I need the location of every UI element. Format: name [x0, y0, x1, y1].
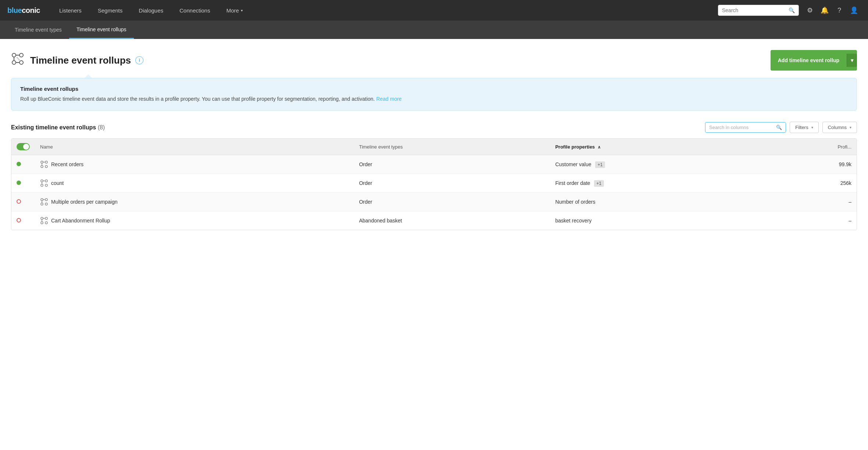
subnav-item-rollups[interactable]: Timeline event rollups [69, 21, 134, 39]
search-bar[interactable]: 🔍 [718, 5, 799, 16]
page-title: Timeline event rollups [30, 55, 131, 66]
svg-point-4 [19, 53, 23, 57]
info-box-description: Roll up BlueConic timeline event data an… [20, 95, 848, 103]
table-row[interactable]: Cart Abandonment Rollup Abandoned basket… [11, 211, 857, 230]
rollup-row-icon [40, 217, 48, 225]
td-profile-count-4: – [769, 211, 857, 230]
rollup-row-icon [40, 179, 48, 187]
table-controls: 🔍 Filters ▾ Columns ▾ [705, 122, 857, 133]
timeline-rollup-icon [11, 52, 26, 68]
nav-item-connections[interactable]: Connections [171, 0, 218, 21]
svg-point-21 [41, 203, 43, 205]
logo-conic-text: conic [22, 6, 40, 15]
svg-line-7 [17, 57, 19, 60]
nav-item-listeners[interactable]: Listeners [51, 0, 90, 21]
page-header: Timeline event rollups i Add timeline ev… [11, 50, 857, 71]
td-profile-count-3: – [769, 193, 857, 211]
profile-prop-badge-1: +1 [595, 161, 605, 168]
svg-point-9 [41, 165, 43, 168]
svg-point-19 [45, 184, 47, 186]
add-button-dropdown-arrow[interactable]: ▾ [847, 54, 857, 67]
td-event-type-4: Abandoned basket [354, 211, 550, 230]
search-input[interactable] [722, 7, 786, 13]
svg-point-15 [41, 184, 43, 186]
search-columns-input[interactable] [709, 125, 773, 130]
toggle-all[interactable] [17, 143, 30, 150]
bell-icon[interactable]: 🔔 [818, 4, 831, 17]
rollups-table: Name Timeline event types Profile proper… [11, 139, 857, 230]
svg-point-30 [45, 217, 47, 219]
svg-point-13 [45, 165, 47, 168]
td-event-type-3: Order [354, 193, 550, 211]
th-profile-properties[interactable]: Profile properties ∧ [550, 139, 769, 155]
td-name-2: count [35, 174, 354, 193]
nav-item-segments[interactable]: Segments [90, 0, 131, 21]
columns-button[interactable]: Columns ▾ [822, 122, 857, 133]
info-box: Timeline event rollups Roll up BlueConic… [11, 78, 857, 111]
td-profile-prop-2: First order date +1 [550, 174, 769, 193]
info-box-title: Timeline event rollups [20, 86, 848, 92]
td-event-type-2: Order [354, 174, 550, 193]
th-toggle [11, 139, 35, 155]
th-profile-count[interactable]: Profi... [769, 139, 857, 155]
logo-blue-text: blue [7, 6, 22, 15]
subnav-item-types[interactable]: Timeline event types [7, 21, 69, 39]
td-profile-count-2: 256k [769, 174, 857, 193]
table-count: (8) [98, 124, 105, 131]
td-profile-prop-4: basket recovery [550, 211, 769, 230]
columns-dropdown-arrow: ▾ [850, 125, 851, 129]
table-row[interactable]: count Order First order date +1 256k [11, 174, 857, 193]
search-icon: 🔍 [789, 7, 795, 13]
top-navigation: blueconic Listeners Segments Dialogues C… [0, 0, 868, 21]
svg-point-25 [45, 203, 47, 205]
svg-point-8 [41, 161, 43, 163]
nav-item-more[interactable]: More ▾ [218, 0, 250, 21]
data-table-wrapper: Name Timeline event types Profile proper… [11, 138, 857, 230]
sub-navigation: Timeline event types Timeline event roll… [0, 21, 868, 39]
svg-point-6 [19, 61, 23, 64]
status-dot-inactive [17, 218, 21, 222]
sort-asc-icon: ∧ [598, 145, 601, 149]
status-dot-inactive [17, 199, 21, 204]
rollup-row-icon [40, 198, 48, 206]
user-icon[interactable]: 👤 [847, 4, 861, 17]
nav-item-dialogues[interactable]: Dialogues [131, 0, 171, 21]
td-profile-prop-1: Customer value +1 [550, 155, 769, 174]
td-name-1: Recent orders [35, 155, 354, 174]
info-icon[interactable]: i [135, 56, 143, 64]
rollup-row-icon [40, 160, 48, 168]
th-name[interactable]: Name [35, 139, 354, 155]
page-title-area: Timeline event rollups i [11, 52, 143, 68]
status-dot-active [17, 181, 21, 185]
search-columns-icon: 🔍 [776, 125, 782, 130]
td-profile-prop-3: Number of orders [550, 193, 769, 211]
nav-links: Listeners Segments Dialogues Connections… [51, 0, 718, 21]
table-title: Existing timeline event rollups (8) [11, 124, 105, 131]
table-row[interactable]: Recent orders Order Customer value +1 99… [11, 155, 857, 174]
status-dot-active [17, 162, 21, 166]
read-more-link[interactable]: Read more [376, 96, 402, 102]
table-header: Existing timeline event rollups (8) 🔍 Fi… [11, 122, 857, 133]
search-columns-box[interactable]: 🔍 [705, 122, 786, 133]
settings-icon[interactable]: ⚙ [803, 4, 817, 17]
filters-button[interactable]: Filters ▾ [790, 122, 818, 133]
nav-icons: ⚙ 🔔 ? 👤 [803, 4, 861, 17]
svg-point-31 [45, 222, 47, 224]
toggle-knob [23, 144, 29, 150]
svg-point-26 [41, 217, 43, 219]
table-row[interactable]: Multiple orders per campaign Order Numbe… [11, 193, 857, 211]
add-timeline-event-rollup-button[interactable]: Add timeline event rollup ▾ [771, 50, 857, 71]
filters-dropdown-arrow: ▾ [811, 125, 813, 129]
table-header-row: Name Timeline event types Profile proper… [11, 139, 857, 155]
chevron-down-icon: ▾ [241, 8, 243, 12]
td-status-1 [11, 155, 35, 174]
help-icon[interactable]: ? [833, 4, 846, 17]
logo[interactable]: blueconic [7, 6, 40, 15]
svg-point-12 [45, 161, 47, 163]
profile-prop-badge-2: +1 [594, 180, 604, 187]
td-name-3: Multiple orders per campaign [35, 193, 354, 211]
th-event-types[interactable]: Timeline event types [354, 139, 550, 155]
main-content: Timeline event rollups i Add timeline ev… [0, 39, 868, 450]
svg-point-14 [41, 180, 43, 182]
tooltip-arrow [85, 74, 92, 78]
